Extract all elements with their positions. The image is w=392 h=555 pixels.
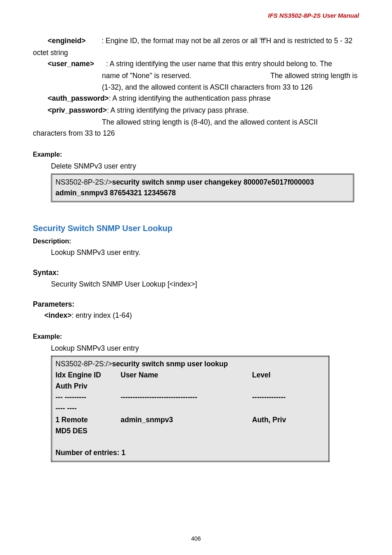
param-privpw-cont: The allowed string length is (8-40), and… [33, 117, 359, 128]
param-privpw-desc: : A string identifying the privacy pass … [107, 106, 249, 114]
param-username-l2b: The allowed string length is [270, 70, 357, 81]
section2-title: Security Switch SNMP User Lookup [33, 222, 359, 235]
example1-cmd2: admin_snmpv3 87654321 12345678 [55, 189, 176, 197]
lookup-h3: Level [249, 370, 329, 381]
header-product: IFS NS3502-8P-2S User Manual [268, 11, 359, 20]
example1-cmdbox: NS3502-8P-2S:/>security switch snmp user… [51, 173, 354, 202]
lookup-r2: MD5 DES [52, 426, 329, 439]
lookup-r1c1: 1 Remote [52, 414, 118, 426]
param-username-name: <user_name> [48, 60, 94, 68]
lookup-sep3: -------------- [249, 392, 329, 403]
param-authpw-name: <auth_password> [48, 94, 109, 102]
lookup-footer: Number of entries: 1 [52, 447, 329, 462]
param-privpw-cont2: characters from 33 to 126 [33, 128, 359, 139]
main-content: <engineid> : Engine ID, the format may n… [33, 35, 359, 462]
param-privpw: <priv_password>: A string identifying th… [33, 105, 359, 116]
param-authpw: <auth_password>: A string identifying th… [33, 93, 359, 104]
param-index-desc: : entry index (1-64) [71, 311, 132, 319]
lookup-sep2: -------------------------------- [118, 392, 249, 403]
example2-label: Example: [33, 332, 359, 342]
page-number: 406 [0, 534, 392, 543]
param-privpw-name: <priv_password> [48, 106, 107, 114]
params-label: Parameters: [33, 299, 359, 310]
param-engineid-name: <engineid> [48, 37, 85, 45]
syntax-label: Syntax: [33, 267, 359, 278]
desc-label: Description: [33, 236, 359, 247]
param-username-l3: (1-32), and the allowed content is ASCII… [33, 82, 359, 93]
lookup-prompt: NS3502-8P-2S:/> [55, 360, 112, 368]
param-index-name: <index> [44, 311, 71, 319]
syntax-text: Security Switch SNMP User Lookup [<index… [33, 279, 359, 290]
param-username: <user_name> : A string identifying the u… [33, 58, 359, 69]
lookup-h4: Auth Priv [52, 381, 329, 392]
lookup-cmd: security switch snmp user lookup [112, 360, 228, 368]
param-authpw-desc: : A string identifying the authenticatio… [109, 94, 271, 102]
lookup-cmdbox: NS3502-8P-2S:/>security switch snmp user… [51, 356, 330, 462]
lookup-r1c2: admin_snmpv3 [118, 414, 249, 426]
param-username-l2: name of "None" is reserved. The allowed … [33, 70, 359, 81]
lookup-sep4: ---- ---- [52, 403, 329, 414]
lookup-sep1: --- --------- [52, 392, 118, 403]
param-username-l1: : A string identifying the user name tha… [106, 60, 332, 68]
example1-label: Example: [33, 150, 359, 160]
param-engineid-desc: : Engine ID, the format may not be all z… [101, 37, 352, 45]
example1-prompt: NS3502-8P-2S:/> [55, 178, 112, 186]
param-engineid-cont: octet string [33, 47, 359, 58]
param-index: <index>: entry index (1-64) [33, 310, 359, 321]
example2-intro: Lookup SNMPv3 user entry [33, 343, 359, 354]
example1-cmd1: security switch snmp user changekey 8000… [112, 178, 314, 186]
param-engineid: <engineid> : Engine ID, the format may n… [33, 35, 359, 46]
lookup-h1: Idx Engine ID [52, 370, 118, 381]
param-username-l2a: name of "None" is reserved. [102, 70, 191, 81]
example1-intro: Delete SNMPv3 user entry [33, 161, 359, 172]
lookup-h2: User Name [118, 370, 249, 381]
lookup-r1c3: Auth, Priv [249, 414, 329, 426]
desc-text: Lookup SNMPv3 user entry. [33, 247, 359, 258]
